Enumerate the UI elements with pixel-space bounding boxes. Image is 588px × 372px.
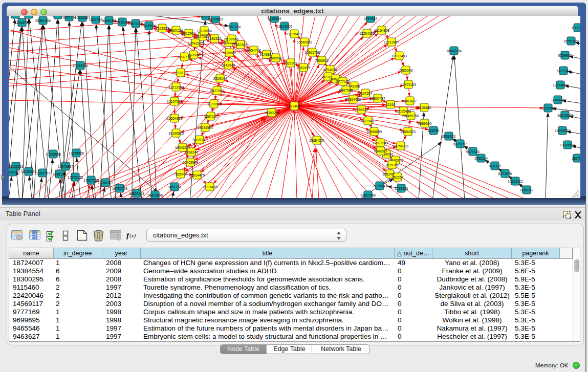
svg-text:17359928: 17359928 <box>69 151 84 155</box>
svg-text:20053346: 20053346 <box>73 64 88 68</box>
svg-text:164095: 164095 <box>428 129 440 133</box>
svg-text:9115460: 9115460 <box>418 106 431 110</box>
svg-text:10688809: 10688809 <box>366 130 382 134</box>
svg-text:7485003: 7485003 <box>399 69 413 72</box>
svg-text:16154808: 16154808 <box>374 29 389 32</box>
svg-text:3624554: 3624554 <box>359 92 373 95</box>
svg-text:7632621: 7632621 <box>488 164 502 168</box>
svg-text:10653287: 10653287 <box>75 16 90 19</box>
svg-text:12942757: 12942757 <box>35 171 50 175</box>
svg-text:16210647: 16210647 <box>557 114 573 117</box>
svg-text:7163822: 7163822 <box>156 27 169 30</box>
svg-text:13226058: 13226058 <box>197 29 212 33</box>
svg-text:9245052: 9245052 <box>520 188 534 192</box>
svg-text:2867608: 2867608 <box>234 43 248 47</box>
svg-text:8938923: 8938923 <box>442 135 456 138</box>
svg-text:7625402: 7625402 <box>174 172 188 176</box>
svg-text:12975125: 12975125 <box>401 83 416 86</box>
svg-text:9329906: 9329906 <box>558 54 572 57</box>
svg-text:6379197: 6379197 <box>453 142 467 146</box>
svg-text:9777169: 9777169 <box>336 80 350 83</box>
svg-text:20891406: 20891406 <box>35 19 51 23</box>
svg-text:12093872: 12093872 <box>553 83 568 87</box>
svg-text:8186323: 8186323 <box>208 37 222 40</box>
svg-text:1865314: 1865314 <box>62 16 76 19</box>
svg-text:18724007: 18724007 <box>287 104 302 108</box>
svg-text:26139152: 26139152 <box>9 170 20 174</box>
svg-text:9699695: 9699695 <box>418 122 432 125</box>
svg-text:10107553: 10107553 <box>167 100 182 103</box>
svg-text:18907249: 18907249 <box>373 141 388 145</box>
svg-text:116753: 116753 <box>572 157 580 160</box>
svg-text:2718170: 2718170 <box>174 71 188 75</box>
svg-text:12505135: 12505135 <box>68 176 83 179</box>
svg-text:10543342: 10543342 <box>188 41 203 45</box>
svg-text:15640910: 15640910 <box>297 40 312 44</box>
svg-text:5375685: 5375685 <box>223 51 236 55</box>
svg-text:3267130: 3267130 <box>204 115 218 118</box>
svg-text:16782759: 16782759 <box>112 187 127 190</box>
svg-text:7515546: 7515546 <box>142 24 156 28</box>
svg-text:12975887: 12975887 <box>58 165 73 168</box>
svg-text:1117399: 1117399 <box>571 26 580 30</box>
svg-text:8454749: 8454749 <box>247 49 261 52</box>
svg-text:8322037: 8322037 <box>284 61 298 65</box>
svg-text:13254199: 13254199 <box>359 32 375 35</box>
svg-text:9890778: 9890778 <box>178 55 191 59</box>
svg-text:1405572: 1405572 <box>9 16 22 16</box>
svg-text:1170063: 1170063 <box>207 102 221 106</box>
svg-text:15716485: 15716485 <box>202 185 217 189</box>
svg-text:1362615: 1362615 <box>297 66 311 70</box>
svg-text:10961758: 10961758 <box>304 51 320 54</box>
svg-text:252254: 252254 <box>392 176 404 179</box>
svg-text:6794028: 6794028 <box>323 68 337 72</box>
svg-text:19384554: 19384554 <box>309 139 324 142</box>
svg-text:12156829: 12156829 <box>21 170 36 173</box>
svg-text:5498242: 5498242 <box>185 150 199 154</box>
svg-text:1139546: 1139546 <box>225 37 238 41</box>
svg-text:20206555: 20206555 <box>46 152 61 156</box>
svg-text:9457791: 9457791 <box>168 185 182 189</box>
svg-text:9348527: 9348527 <box>374 149 388 153</box>
svg-text:10807487: 10807487 <box>370 97 385 100</box>
svg-text:12213363: 12213363 <box>168 85 184 89</box>
svg-text:10654112: 10654112 <box>508 180 523 183</box>
svg-text:8912954: 8912954 <box>182 32 196 35</box>
svg-text:15136141: 15136141 <box>372 184 387 188</box>
svg-text:1145194: 1145194 <box>53 172 66 176</box>
svg-text:7357224: 7357224 <box>227 25 241 29</box>
svg-text:19654923: 19654923 <box>400 130 416 134</box>
svg-text:16914479: 16914479 <box>189 173 205 177</box>
svg-text:1588520: 1588520 <box>269 56 283 60</box>
svg-text:1244415: 1244415 <box>551 98 565 102</box>
svg-text:7986322: 7986322 <box>355 108 368 112</box>
svg-text:1615152: 1615152 <box>385 163 399 167</box>
svg-text:2935114: 2935114 <box>474 157 488 160</box>
svg-text:15692971: 15692971 <box>555 129 570 133</box>
svg-text:19166825: 19166825 <box>168 132 184 135</box>
svg-text:3215958: 3215958 <box>541 106 555 110</box>
svg-text:9474444: 9474444 <box>466 150 480 154</box>
svg-text:(x): (x) <box>129 232 136 239</box>
svg-text:10671355: 10671355 <box>128 22 143 26</box>
svg-text:11325419: 11325419 <box>287 32 302 36</box>
svg-text:8427552: 8427552 <box>210 89 224 93</box>
svg-text:17957255: 17957255 <box>83 179 99 182</box>
svg-text:5878332: 5878332 <box>193 138 207 142</box>
svg-text:15751074: 15751074 <box>563 39 579 43</box>
svg-text:8660124: 8660124 <box>169 29 183 32</box>
svg-text:18300295: 18300295 <box>264 111 279 115</box>
svg-text:62160: 62160 <box>386 103 396 106</box>
svg-text:12823468: 12823468 <box>129 192 144 195</box>
svg-text:12823466: 12823466 <box>360 193 376 197</box>
svg-text:17016504: 17016504 <box>560 143 575 147</box>
svg-text:8471676: 8471676 <box>498 172 512 176</box>
svg-text:8813054: 8813054 <box>268 17 281 20</box>
svg-text:12213967: 12213967 <box>384 40 399 44</box>
svg-text:9227343: 9227343 <box>557 69 571 73</box>
svg-text:15409949: 15409949 <box>183 161 198 164</box>
svg-text:10654983: 10654983 <box>167 117 182 120</box>
svg-text:10958187: 10958187 <box>98 181 113 185</box>
svg-text:2087682: 2087682 <box>364 17 378 20</box>
svg-text:18423899: 18423899 <box>147 193 163 197</box>
